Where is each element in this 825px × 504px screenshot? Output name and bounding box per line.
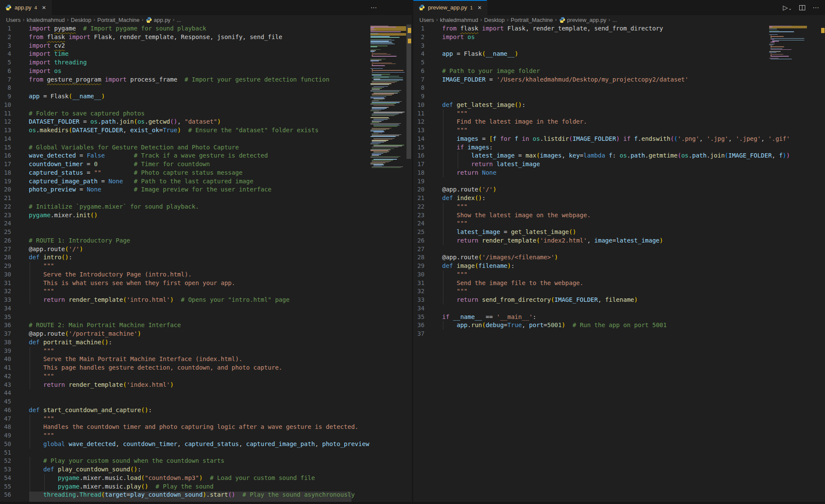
line-number[interactable]: 49 [0,431,11,440]
code-line[interactable]: 10 [0,101,29,109]
code-line[interactable]: 35 [0,313,29,322]
line-number[interactable]: 12 [0,118,11,126]
line-number[interactable]: 1 [0,24,11,33]
code-line[interactable]: 47 """ [0,415,54,423]
line-number[interactable]: 33 [0,296,11,304]
code-line[interactable]: 39 """ [0,347,54,355]
code-line[interactable]: 22 """ [413,203,468,211]
line-number[interactable]: 39 [0,347,11,355]
split-editor-button[interactable] [799,4,806,11]
code-line[interactable]: 26 return render_template('index2.html',… [413,237,663,245]
line-number[interactable]: 32 [0,287,11,296]
code-line[interactable]: 2from flask import Flask, render_templat… [0,33,282,42]
line-number[interactable]: 46 [0,406,11,415]
code-line[interactable]: 21def index(): [413,194,486,203]
code-line[interactable]: 6import os [0,67,61,76]
run-python-file-button[interactable]: ▷ ⌄ [783,4,792,12]
line-number[interactable]: 50 [0,440,11,449]
line-number[interactable]: 42 [0,372,11,381]
line-number[interactable]: 6 [413,67,425,76]
code-line[interactable]: 4import time [0,50,69,58]
line-number[interactable]: 34 [0,304,11,313]
minimap-left[interactable] [370,24,406,205]
line-number[interactable]: 36 [413,321,425,330]
line-number[interactable]: 16 [0,152,11,160]
code-line[interactable]: 40 Serve the Main Portrait Machine Inter… [0,355,242,364]
line-number[interactable]: 56 [0,491,11,499]
line-number[interactable]: 10 [413,101,425,109]
code-line[interactable]: 7IMAGE_FOLDER = '/Users/khaledmahmud/Des… [413,76,688,84]
line-number[interactable]: 9 [0,92,11,101]
breadcrumb-item[interactable]: khaledmahmud [27,17,65,23]
breadcrumb-item[interactable]: Desktop [484,17,505,23]
line-number[interactable]: 29 [0,262,11,270]
breadcrumb-item[interactable]: Portrait_Machine [511,17,553,23]
line-number[interactable]: 23 [413,211,425,220]
code-line[interactable]: 20@app.route('/') [413,185,496,194]
line-number[interactable]: 15 [413,143,425,152]
code-line[interactable]: 36 app.run(debug=True, port=5001) # Run … [413,321,667,330]
more-actions-icon[interactable]: ⋯ [813,4,819,12]
line-number[interactable]: 24 [0,219,11,228]
line-number[interactable]: 35 [0,313,11,322]
code-line[interactable]: 33 return render_template('intro.html') … [0,296,290,304]
more-actions-icon[interactable]: ⋯ [370,4,377,12]
line-number[interactable]: 16 [413,152,425,160]
code-line[interactable]: 5import threading [0,58,87,67]
code-line[interactable]: 44 [0,389,29,398]
line-number[interactable]: 28 [0,253,11,262]
breadcrumb-item[interactable]: khaledmahmud [440,17,478,23]
code-line[interactable]: 37@app.route('/portrait_machine') [0,330,141,338]
code-line[interactable]: 24 """ [413,219,468,228]
breadcrumb-item[interactable]: ... [177,17,181,23]
code-line[interactable]: 43 return render_template('index.html') [0,381,174,389]
code-line[interactable]: 8 [0,84,29,92]
line-number[interactable]: 41 [0,364,11,372]
line-number[interactable]: 25 [0,228,11,237]
line-number[interactable]: 52 [0,457,11,465]
code-line[interactable]: 42 """ [0,372,54,381]
line-number[interactable]: 22 [0,203,11,211]
code-line[interactable]: 1from flask import Flask, render_templat… [413,24,663,33]
code-line[interactable]: 11 """ [413,109,468,118]
line-number[interactable]: 5 [413,58,425,67]
code-line[interactable]: 32 """ [0,287,54,296]
code-line[interactable]: 19captured_image_path = None # Path to t… [0,177,254,186]
close-icon[interactable]: ✕ [42,5,46,11]
code-line[interactable]: 17countdown_timer = 0 # Timer for countd… [0,160,210,169]
code-line[interactable]: 36# ROUTE 2: Main Portrait Machine Inter… [0,321,181,330]
code-line[interactable]: 12DATASET_FOLDER = os.path.join(os.getcw… [0,118,221,126]
code-line[interactable]: 22# Initialize `pygame.mixer` for sound … [0,203,199,211]
line-number[interactable]: 14 [0,135,11,143]
line-number[interactable]: 6 [0,67,11,76]
code-line[interactable]: 26# ROUTE 1: Introductory Page [0,237,130,245]
line-number[interactable]: 18 [0,169,11,177]
line-number[interactable]: 13 [413,126,425,135]
line-number[interactable]: 37 [0,330,11,338]
code-line[interactable]: 14 images = [f for f in os.listdir(IMAGE… [413,135,790,143]
breadcrumb-item[interactable]: ... [612,17,617,23]
line-number[interactable]: 2 [0,33,11,42]
code-line[interactable]: 23pygame.mixer.init() [0,211,98,220]
line-number[interactable]: 31 [413,279,425,288]
code-line[interactable]: 1import pygame # Import pygame for sound… [0,24,206,33]
code-line[interactable]: 14 [0,135,29,143]
line-number[interactable]: 12 [413,118,425,126]
code-line[interactable]: 11# Folder to save captured photos [0,109,145,118]
code-line[interactable]: 12 Find the latest image in the folder. [413,118,587,126]
code-line[interactable]: 54 pygame.mixer.music.load("countdown.mp… [0,474,315,483]
line-number[interactable]: 10 [0,101,11,109]
code-line[interactable]: 7from gesture_program import process_fra… [0,76,330,84]
line-number[interactable]: 51 [0,449,11,457]
line-number[interactable]: 21 [413,194,425,203]
line-number[interactable]: 2 [413,33,425,42]
tab-app-py[interactable]: app.py 4 ✕ [0,0,52,15]
code-line[interactable]: 55 pygame.mixer.music.play() # Play the … [0,483,214,491]
code-line[interactable]: 29 """ [0,262,54,270]
scrollbar-thumb[interactable] [406,24,411,159]
scrollbar-right[interactable] [819,24,825,504]
line-number[interactable]: 33 [413,296,425,304]
line-number[interactable]: 25 [413,228,425,237]
code-line[interactable]: 34 [413,304,442,313]
code-line[interactable]: 48 Handles the countdown timer and photo… [0,423,358,431]
